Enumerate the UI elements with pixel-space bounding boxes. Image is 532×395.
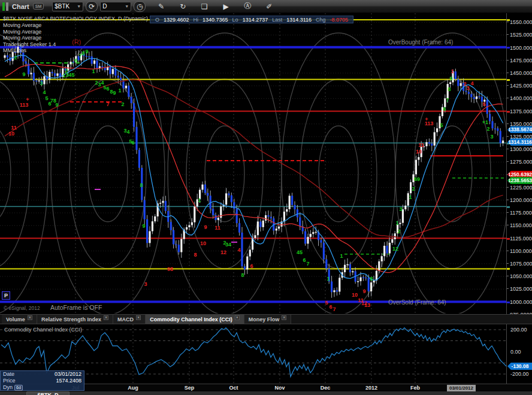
close-icon[interactable]: × [104,315,108,320]
redo-icon[interactable]: ↻ [177,1,189,12]
open-value: 1329.4602 [164,17,189,23]
chevron-down-icon[interactable]: ▼ [125,4,129,8]
p-marker-badge[interactable]: P [2,291,10,300]
seeker-count-label: 11 [11,125,17,131]
play-icon[interactable]: ▶ [220,1,232,12]
tooltip-price-label: Price [3,378,16,384]
symbol-combo[interactable]: $BTK ▼ [52,2,83,11]
month-label: Oct [229,385,238,391]
chg-value: -8.0705 [330,17,349,23]
mm-level-notch [507,301,510,303]
symbol-value: $BTK [55,3,69,10]
legend-study-row[interactable]: Moving Average [3,29,56,35]
close-icon[interactable]: × [28,315,32,320]
cci-tick-label: -200.00 [510,371,529,377]
low-label: Lo [232,17,238,23]
seeker-count-label: 7 [106,101,109,107]
seeker-count-label: 98 [167,266,173,272]
legend-study-row[interactable]: Tradesight Seeker 1.4 [3,41,56,48]
price-tick-label: 1175.0000 [510,210,532,216]
price-tick-label: 1425.0000 [510,83,532,89]
seeker-count-label: + [425,116,428,122]
close-icon[interactable]: × [282,315,286,320]
interval-combo[interactable]: D ▼ [100,2,131,11]
month-label: Dec [321,385,331,391]
tab-macd[interactable]: MACD× [113,315,146,324]
draw-pencil-icon[interactable]: ✎ [155,1,167,12]
price-tick-label: 1200.0000 [510,197,532,203]
mm-level-notch [507,79,510,81]
price-tick-label: 1525.0000 [510,32,532,38]
clock-icon[interactable]: ◷ [134,1,146,12]
price-level-tag: 1338.5674 [507,126,532,133]
close-icon[interactable]: × [136,315,141,320]
seeker-count-label: 6 [329,304,332,310]
seeker-count-label: 8 [194,252,197,258]
cci-tick-label: 0.00 [510,349,521,355]
cci-tick-label: 200.00 [510,327,527,333]
dyn-interval-badge[interactable]: 6d [14,385,23,391]
seeker-count-label: 5 [440,122,443,128]
close-icon[interactable]: × [235,315,240,320]
price-tick-label: 1150.0000 [510,222,532,228]
quote-note-icon[interactable]: ❏ [198,1,210,12]
legend-study-row[interactable]: MM Lines [3,47,56,54]
seeker-count-label: 69 [414,176,420,182]
seeker-count-label: 6 [443,106,446,112]
cci-legend[interactable]: Commodity Channel Index (CCI) [4,327,82,333]
tooltip-date-value: 03/01/2012 [55,371,81,378]
cci-last-value-tag: -130.08 [507,363,532,370]
price-tick-label: 1450.0000 [510,70,532,76]
tab-volume[interactable]: Volume× [2,315,37,324]
seeker-count-label: 2 [397,228,400,234]
price-tick-label: 1300.0000 [510,146,532,152]
tab-label: MACD [117,316,134,322]
refresh-icon[interactable]: ⟳ [86,1,98,12]
mm-level-notch [507,47,510,49]
tab-money-flow[interactable]: Money Flow× [244,315,292,324]
price-chart[interactable]: 2934567891234567891234568912345689123484… [0,13,506,313]
price-tick-label: 1025.0000 [510,286,532,292]
seeker-count-label: 2 [412,186,415,192]
copyright-label: © eSignal, 2012 [4,305,40,311]
mm-level-notch [507,19,510,21]
cursor-date-box: 03/01/2012 [447,385,476,391]
seeker-count-label: 1 [451,68,454,74]
seeker-count-label: 4 [43,89,46,95]
tab-label: Commodity Channel Index (CCI) [150,316,232,322]
seeker-count-label: 3 [466,85,469,91]
price-tick-label: 1050.0000 [510,273,532,279]
price-tick-label: 1400.0000 [510,95,532,101]
month-label: Sep [185,385,195,391]
cci-axis[interactable]: 200.000.00-200.00-130.08 [506,324,532,384]
chart-tab-btk[interactable]: $BTK, D [26,391,69,395]
legend-study-row[interactable]: Moving Average [3,35,56,41]
seeker-count-label: 45 [297,249,303,255]
seeker-count-label: 9 [22,71,25,77]
price-tick-label: 1075.0000 [510,261,532,267]
tab-commodity-channel-index-cci-[interactable]: Commodity Channel Index (CCI)× [146,315,244,324]
month-label: Aug [128,385,138,391]
seeker-count-label: 7 [306,261,309,267]
seeker-count-label: 9 [362,288,365,294]
legend-study-row[interactable]: Moving Average [3,22,56,29]
seeker-count-label: 2 [14,55,17,61]
interval-value: D [102,3,107,10]
price-level-tag: 1238.5653 [507,177,532,184]
seeker-count-label: 1 [395,220,398,226]
tab-relative-strength-index[interactable]: Relative Strength Index× [37,315,113,324]
seeker-count-label: 9 [142,223,145,229]
tab-label: Money Flow [249,316,280,322]
registered-watermark: (R) [72,38,81,46]
price-tick-label: 1475.0000 [510,58,532,64]
seeker-count-label: 1 [340,253,343,259]
price-tick-label: 1375.0000 [510,108,532,114]
eraser-icon[interactable]: ✐ [263,1,275,12]
sm-badge: SM [33,3,44,10]
price-axis[interactable]: 1575.00001550.00001525.00001500.00001475… [506,13,532,314]
auto-a-icon[interactable]: Ⓐ [241,1,253,12]
crosshair-tooltip: Date 03/01/2012 Price 1574.2408 Dyn6d [0,370,84,391]
open-label: O [155,17,159,23]
seeker-count-label: 11 [214,225,220,231]
chevron-down-icon[interactable]: ▼ [77,4,81,8]
